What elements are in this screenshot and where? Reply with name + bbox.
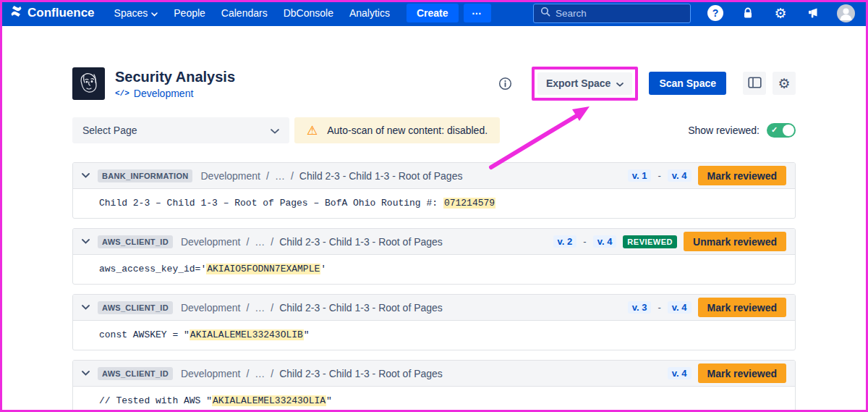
findings-list: BANK_INFORMATION Development / … / Child… bbox=[72, 162, 796, 412]
settings-button[interactable]: ⚙ bbox=[773, 72, 796, 95]
confluence-logo-icon bbox=[10, 5, 22, 21]
finding-snippet: Child 2-3 – Child 1-3 – Root of Pages – … bbox=[73, 189, 795, 218]
version-from-link[interactable]: v. 2 bbox=[553, 235, 577, 248]
sidebar-layout-button[interactable] bbox=[743, 72, 766, 95]
chevron-down-icon bbox=[616, 77, 624, 89]
user-avatar[interactable] bbox=[837, 4, 855, 22]
search-icon bbox=[540, 7, 550, 20]
breadcrumb-ellipsis[interactable]: … bbox=[255, 368, 265, 379]
chevron-down-icon bbox=[271, 125, 279, 136]
annotation-highlight-box: Export Space bbox=[532, 67, 638, 101]
nav-item-dbconsole[interactable]: DbConsole bbox=[276, 4, 341, 22]
top-navbar: Confluence Spaces People Calendars DbCon… bbox=[0, 0, 868, 26]
breadcrumb-page-link[interactable]: Child 2-3 - Child 1-3 - Root of Pages bbox=[279, 368, 443, 379]
global-search[interactable] bbox=[533, 4, 691, 23]
header-icon-buttons: ⚙ bbox=[743, 72, 796, 95]
create-button[interactable]: Create bbox=[407, 4, 459, 22]
finding-group: AWS_CLIENT_ID Development / … / Child 2-… bbox=[72, 228, 796, 285]
space-avatar bbox=[72, 67, 105, 100]
breadcrumb: Development / … / Child 2-3 - Child 1-3 … bbox=[200, 170, 462, 182]
finding-actions: v. 4 Mark reviewed bbox=[668, 363, 786, 383]
breadcrumb-space-link[interactable]: Development bbox=[200, 170, 260, 182]
finding-header[interactable]: AWS_CLIENT_ID Development / … / Child 2-… bbox=[73, 229, 795, 255]
nav-item-calendars[interactable]: Calendars bbox=[213, 4, 276, 22]
brand-name: Confluence bbox=[27, 6, 95, 20]
breadcrumb-space-link[interactable]: Development bbox=[181, 302, 241, 314]
breadcrumb-ellipsis[interactable]: … bbox=[275, 170, 285, 182]
finding-group: BANK_INFORMATION Development / … / Child… bbox=[72, 162, 796, 219]
breadcrumb: Development / … / Child 2-3 - Child 1-3 … bbox=[181, 368, 443, 379]
search-input[interactable] bbox=[556, 8, 684, 19]
finding-actions: v. 3 - v. 4 Mark reviewed bbox=[628, 298, 786, 317]
scan-space-button[interactable]: Scan Space bbox=[649, 72, 726, 95]
finding-snippet: const AWSKEY = "AKIALALEMEL33243OLIB" bbox=[73, 321, 795, 350]
breadcrumb-page-link[interactable]: Child 2-3 - Child 1-3 - Root of Pages bbox=[279, 302, 443, 314]
info-icon[interactable] bbox=[498, 77, 512, 91]
finding-type-badge: AWS_CLIENT_ID bbox=[98, 301, 173, 314]
mark-reviewed-button[interactable]: Mark reviewed bbox=[698, 298, 787, 317]
nav-item-analytics[interactable]: Analytics bbox=[341, 4, 398, 22]
header-actions: Export Space Scan Space ⚙ bbox=[498, 67, 796, 101]
mark-reviewed-button[interactable]: Mark reviewed bbox=[698, 363, 787, 383]
breadcrumb-space-link[interactable]: Development bbox=[181, 236, 241, 248]
show-reviewed-label: Show reviewed: bbox=[688, 125, 760, 136]
board-icon bbox=[748, 77, 762, 91]
warning-text: Auto-scan of new content: disabled. bbox=[327, 125, 488, 136]
mark-reviewed-button[interactable]: Mark reviewed bbox=[698, 166, 787, 185]
chevron-down-icon[interactable] bbox=[82, 371, 90, 376]
chevron-down-icon[interactable] bbox=[82, 173, 90, 178]
nav-item-spaces[interactable]: Spaces bbox=[106, 4, 166, 22]
chevron-down-icon bbox=[151, 7, 158, 19]
show-reviewed-control: Show reviewed: ✓ bbox=[688, 123, 796, 138]
filter-toolbar: Select Page ⚠ Auto-scan of new content: … bbox=[72, 117, 796, 143]
version-from-link[interactable]: v. 3 bbox=[628, 301, 652, 314]
finding-actions: v. 1 - v. 4 Mark reviewed bbox=[628, 166, 786, 185]
confluence-home-link[interactable]: Confluence bbox=[10, 5, 95, 21]
breadcrumb: Development / … / Child 2-3 - Child 1-3 … bbox=[181, 236, 443, 248]
breadcrumb-page-link[interactable]: Child 2-3 - Child 1-3 - Root of Pages bbox=[279, 236, 443, 248]
version-from-link[interactable]: v. 1 bbox=[628, 169, 652, 182]
gear-icon: ⚙ bbox=[778, 77, 790, 91]
version-to-link[interactable]: v. 4 bbox=[593, 235, 617, 248]
nav-item-people[interactable]: People bbox=[166, 4, 213, 22]
version-to-link[interactable]: v. 4 bbox=[668, 301, 692, 314]
space-titles: Security Analysis </> Development bbox=[115, 68, 235, 99]
secret-highlight: 071214579 bbox=[443, 198, 495, 209]
finding-header[interactable]: AWS_CLIENT_ID Development / … / Child 2-… bbox=[73, 361, 795, 387]
space-header: Security Analysis </> Development Export… bbox=[72, 62, 796, 104]
chevron-down-icon[interactable] bbox=[82, 239, 90, 244]
finding-snippet: // Tested with AWS "AKIALALEMEL33243OLIA… bbox=[73, 387, 795, 412]
version-to-link[interactable]: v. 4 bbox=[668, 367, 692, 379]
breadcrumb-ellipsis[interactable]: … bbox=[255, 236, 265, 248]
finding-header[interactable]: BANK_INFORMATION Development / … / Child… bbox=[73, 163, 795, 189]
primary-nav: Spaces People Calendars DbConsole Analyt… bbox=[106, 4, 398, 22]
lock-icon[interactable] bbox=[739, 4, 757, 22]
reviewed-badge: REVIEWED bbox=[623, 235, 677, 248]
breadcrumb-ellipsis[interactable]: … bbox=[255, 302, 265, 314]
unmark-reviewed-button[interactable]: Unmark reviewed bbox=[684, 232, 786, 251]
breadcrumb-page-link[interactable]: Child 2-3 - Child 1-3 - Root of Pages bbox=[299, 170, 463, 182]
finding-header[interactable]: AWS_CLIENT_ID Development / … / Child 2-… bbox=[73, 295, 795, 321]
show-reviewed-toggle[interactable]: ✓ bbox=[767, 123, 796, 138]
gear-icon[interactable]: ⚙ bbox=[772, 4, 789, 22]
main-content: Security Analysis </> Development Export… bbox=[72, 62, 796, 412]
breadcrumb: Development / … / Child 2-3 - Child 1-3 … bbox=[181, 302, 443, 314]
check-icon: ✓ bbox=[771, 125, 778, 135]
help-icon[interactable]: ? bbox=[707, 4, 724, 22]
finding-group: AWS_CLIENT_ID Development / … / Child 2-… bbox=[72, 360, 796, 412]
page-title: Security Analysis bbox=[115, 68, 235, 85]
space-breadcrumb-link[interactable]: Development bbox=[134, 88, 194, 99]
select-page-dropdown[interactable]: Select Page bbox=[72, 117, 289, 143]
more-button[interactable]: ⋯ bbox=[464, 4, 491, 22]
breadcrumb-space-link[interactable]: Development bbox=[181, 368, 241, 379]
version-to-link[interactable]: v. 4 bbox=[668, 169, 692, 182]
navbar-icon-group: ? ⚙ bbox=[707, 4, 855, 22]
chevron-down-icon[interactable] bbox=[82, 305, 90, 310]
warning-icon: ⚠ bbox=[307, 125, 318, 137]
finding-actions: v. 2 - v. 4 REVIEWED Unmark reviewed bbox=[553, 232, 786, 251]
code-icon: </> bbox=[115, 89, 129, 98]
export-space-button[interactable]: Export Space bbox=[537, 72, 632, 95]
megaphone-icon[interactable] bbox=[804, 4, 822, 22]
finding-type-badge: AWS_CLIENT_ID bbox=[98, 367, 173, 380]
finding-type-badge: BANK_INFORMATION bbox=[98, 169, 192, 182]
